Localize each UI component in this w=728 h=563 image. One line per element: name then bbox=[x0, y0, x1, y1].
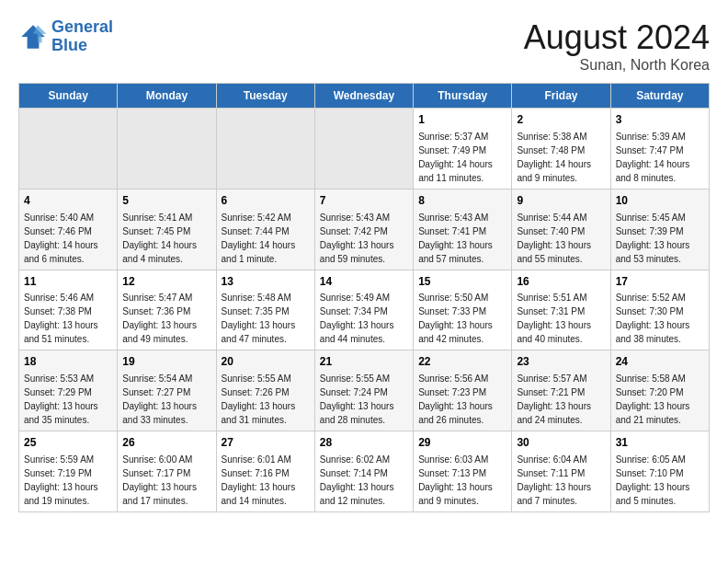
day-info: Sunrise: 5:43 AMSunset: 7:41 PMDaylight:… bbox=[418, 211, 506, 266]
calendar-cell bbox=[118, 109, 216, 190]
day-number: 15 bbox=[418, 274, 506, 290]
day-info: Sunrise: 5:44 AMSunset: 7:40 PMDaylight:… bbox=[517, 211, 605, 266]
header-row: SundayMondayTuesdayWednesdayThursdayFrid… bbox=[19, 84, 710, 109]
day-info: Sunrise: 5:54 AMSunset: 7:27 PMDaylight:… bbox=[122, 372, 210, 427]
header-thursday: Thursday bbox=[414, 84, 512, 109]
week-row-4: 18Sunrise: 5:53 AMSunset: 7:29 PMDayligh… bbox=[19, 350, 710, 431]
calendar-body: 1Sunrise: 5:37 AMSunset: 7:49 PMDaylight… bbox=[19, 109, 710, 512]
day-number: 20 bbox=[222, 354, 310, 370]
logo: General Blue bbox=[18, 18, 113, 55]
day-info: Sunrise: 5:45 AMSunset: 7:39 PMDaylight:… bbox=[616, 211, 704, 266]
day-info: Sunrise: 5:38 AMSunset: 7:48 PMDaylight:… bbox=[517, 130, 605, 185]
calendar-cell: 15Sunrise: 5:50 AMSunset: 7:33 PMDayligh… bbox=[414, 270, 512, 350]
header-sunday: Sunday bbox=[19, 84, 118, 109]
day-number: 3 bbox=[616, 112, 704, 128]
day-info: Sunrise: 6:04 AMSunset: 7:11 PMDaylight:… bbox=[517, 453, 605, 508]
day-number: 29 bbox=[418, 435, 506, 451]
day-info: Sunrise: 5:49 AMSunset: 7:34 PMDaylight:… bbox=[320, 291, 408, 346]
day-info: Sunrise: 5:43 AMSunset: 7:42 PMDaylight:… bbox=[320, 211, 408, 266]
day-number: 19 bbox=[122, 354, 210, 370]
day-info: Sunrise: 5:42 AMSunset: 7:44 PMDaylight:… bbox=[222, 211, 310, 266]
day-info: Sunrise: 5:37 AMSunset: 7:49 PMDaylight:… bbox=[418, 130, 506, 185]
day-info: Sunrise: 5:59 AMSunset: 7:19 PMDaylight:… bbox=[24, 453, 112, 508]
day-number: 17 bbox=[616, 274, 704, 290]
calendar-cell bbox=[216, 109, 314, 190]
logo-line1: General bbox=[51, 17, 113, 36]
day-number: 24 bbox=[616, 354, 704, 370]
day-info: Sunrise: 5:55 AMSunset: 7:24 PMDaylight:… bbox=[320, 372, 408, 427]
calendar-cell: 10Sunrise: 5:45 AMSunset: 7:39 PMDayligh… bbox=[610, 189, 709, 270]
calendar-cell: 9Sunrise: 5:44 AMSunset: 7:40 PMDaylight… bbox=[512, 189, 610, 270]
day-number: 12 bbox=[122, 274, 210, 290]
calendar-cell: 25Sunrise: 5:59 AMSunset: 7:19 PMDayligh… bbox=[19, 431, 118, 512]
calendar-cell: 21Sunrise: 5:55 AMSunset: 7:24 PMDayligh… bbox=[314, 350, 413, 431]
header-friday: Friday bbox=[512, 84, 610, 109]
logo-icon bbox=[18, 22, 48, 52]
header-wednesday: Wednesday bbox=[314, 84, 413, 109]
calendar-cell: 8Sunrise: 5:43 AMSunset: 7:41 PMDaylight… bbox=[414, 189, 512, 270]
day-number: 5 bbox=[122, 193, 210, 209]
calendar-cell: 13Sunrise: 5:48 AMSunset: 7:35 PMDayligh… bbox=[216, 270, 314, 350]
calendar-cell: 30Sunrise: 6:04 AMSunset: 7:11 PMDayligh… bbox=[512, 431, 610, 512]
calendar-cell: 23Sunrise: 5:57 AMSunset: 7:21 PMDayligh… bbox=[512, 350, 610, 431]
page-header: General Blue August 2024 Sunan, North Ko… bbox=[18, 18, 710, 74]
calendar-cell: 26Sunrise: 6:00 AMSunset: 7:17 PMDayligh… bbox=[118, 431, 216, 512]
day-number: 11 bbox=[24, 274, 112, 290]
week-row-2: 4Sunrise: 5:40 AMSunset: 7:46 PMDaylight… bbox=[19, 189, 710, 270]
calendar-cell: 31Sunrise: 6:05 AMSunset: 7:10 PMDayligh… bbox=[610, 431, 709, 512]
day-info: Sunrise: 5:55 AMSunset: 7:26 PMDaylight:… bbox=[222, 372, 310, 427]
day-info: Sunrise: 5:41 AMSunset: 7:45 PMDaylight:… bbox=[122, 211, 210, 266]
day-number: 28 bbox=[320, 435, 408, 451]
day-info: Sunrise: 5:51 AMSunset: 7:31 PMDaylight:… bbox=[517, 291, 605, 346]
calendar-header: SundayMondayTuesdayWednesdayThursdayFrid… bbox=[19, 84, 710, 109]
day-info: Sunrise: 5:53 AMSunset: 7:29 PMDaylight:… bbox=[24, 372, 112, 427]
day-number: 22 bbox=[418, 354, 506, 370]
day-number: 18 bbox=[24, 354, 112, 370]
calendar-cell: 12Sunrise: 5:47 AMSunset: 7:36 PMDayligh… bbox=[118, 270, 216, 350]
calendar-cell: 28Sunrise: 6:02 AMSunset: 7:14 PMDayligh… bbox=[314, 431, 413, 512]
day-number: 14 bbox=[320, 274, 408, 290]
day-info: Sunrise: 5:52 AMSunset: 7:30 PMDaylight:… bbox=[616, 291, 704, 346]
day-number: 16 bbox=[517, 274, 605, 290]
day-info: Sunrise: 5:39 AMSunset: 7:47 PMDaylight:… bbox=[616, 130, 704, 185]
day-number: 2 bbox=[517, 112, 605, 128]
day-number: 7 bbox=[320, 193, 408, 209]
day-info: Sunrise: 6:02 AMSunset: 7:14 PMDaylight:… bbox=[320, 453, 408, 508]
header-saturday: Saturday bbox=[610, 84, 709, 109]
day-info: Sunrise: 5:46 AMSunset: 7:38 PMDaylight:… bbox=[24, 291, 112, 346]
day-info: Sunrise: 6:03 AMSunset: 7:13 PMDaylight:… bbox=[418, 453, 506, 508]
day-number: 1 bbox=[418, 112, 506, 128]
calendar-cell: 27Sunrise: 6:01 AMSunset: 7:16 PMDayligh… bbox=[216, 431, 314, 512]
calendar-cell: 6Sunrise: 5:42 AMSunset: 7:44 PMDaylight… bbox=[216, 189, 314, 270]
day-info: Sunrise: 6:00 AMSunset: 7:17 PMDaylight:… bbox=[122, 453, 210, 508]
calendar-cell: 11Sunrise: 5:46 AMSunset: 7:38 PMDayligh… bbox=[19, 270, 118, 350]
calendar-cell: 16Sunrise: 5:51 AMSunset: 7:31 PMDayligh… bbox=[512, 270, 610, 350]
calendar-cell: 2Sunrise: 5:38 AMSunset: 7:48 PMDaylight… bbox=[512, 109, 610, 190]
day-number: 23 bbox=[517, 354, 605, 370]
day-number: 21 bbox=[320, 354, 408, 370]
day-number: 10 bbox=[616, 193, 704, 209]
title-block: August 2024 Sunan, North Korea bbox=[524, 18, 710, 74]
day-number: 30 bbox=[517, 435, 605, 451]
day-info: Sunrise: 5:58 AMSunset: 7:20 PMDaylight:… bbox=[616, 372, 704, 427]
calendar-cell: 18Sunrise: 5:53 AMSunset: 7:29 PMDayligh… bbox=[19, 350, 118, 431]
calendar-cell: 29Sunrise: 6:03 AMSunset: 7:13 PMDayligh… bbox=[414, 431, 512, 512]
day-info: Sunrise: 6:05 AMSunset: 7:10 PMDaylight:… bbox=[616, 453, 704, 508]
calendar-table: SundayMondayTuesdayWednesdayThursdayFrid… bbox=[18, 83, 710, 512]
calendar-cell bbox=[19, 109, 118, 190]
day-info: Sunrise: 5:40 AMSunset: 7:46 PMDaylight:… bbox=[24, 211, 112, 266]
day-info: Sunrise: 5:50 AMSunset: 7:33 PMDaylight:… bbox=[418, 291, 506, 346]
header-tuesday: Tuesday bbox=[216, 84, 314, 109]
calendar-cell: 7Sunrise: 5:43 AMSunset: 7:42 PMDaylight… bbox=[314, 189, 413, 270]
calendar-cell: 19Sunrise: 5:54 AMSunset: 7:27 PMDayligh… bbox=[118, 350, 216, 431]
logo-line2: Blue bbox=[51, 36, 87, 54]
day-number: 9 bbox=[517, 193, 605, 209]
day-number: 26 bbox=[122, 435, 210, 451]
day-info: Sunrise: 6:01 AMSunset: 7:16 PMDaylight:… bbox=[222, 453, 310, 508]
calendar-cell: 17Sunrise: 5:52 AMSunset: 7:30 PMDayligh… bbox=[610, 270, 709, 350]
calendar-cell: 24Sunrise: 5:58 AMSunset: 7:20 PMDayligh… bbox=[610, 350, 709, 431]
day-number: 27 bbox=[222, 435, 310, 451]
calendar-title: August 2024 bbox=[524, 18, 710, 57]
calendar-cell: 3Sunrise: 5:39 AMSunset: 7:47 PMDaylight… bbox=[610, 109, 709, 190]
day-number: 13 bbox=[222, 274, 310, 290]
